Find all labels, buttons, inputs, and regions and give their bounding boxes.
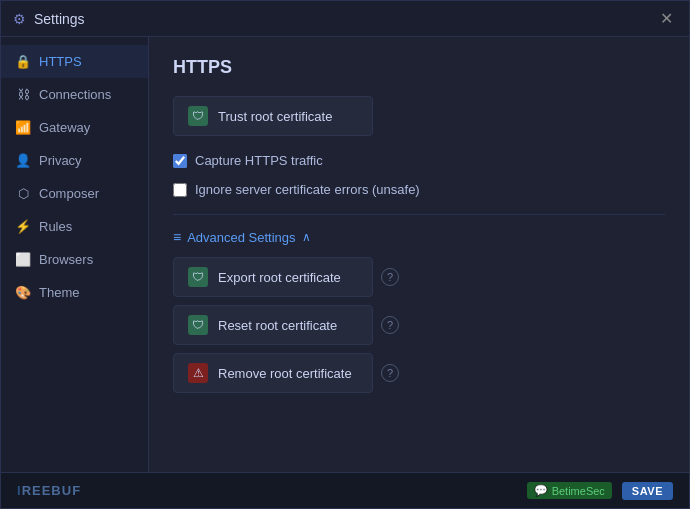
reset-cert-row: 🛡 Reset root certificate ? — [173, 305, 665, 345]
sidebar-label-connections: Connections — [39, 87, 111, 102]
sidebar-item-gateway[interactable]: 📶 Gateway — [1, 111, 148, 144]
main-content: HTTPS 🛡 Trust root certificate Capture H… — [149, 37, 689, 472]
browsers-icon: ⬜ — [15, 252, 31, 267]
sidebar: 🔒 HTTPS ⛓ Connections 📶 Gateway 👤 Privac… — [1, 37, 149, 472]
settings-window: ⚙ Settings ✕ 🔒 HTTPS ⛓ Connections 📶 Gat… — [0, 0, 690, 509]
sidebar-item-theme[interactable]: 🎨 Theme — [1, 276, 148, 309]
gear-icon: ⚙ — [13, 11, 26, 27]
wechat-icon: 💬 — [534, 484, 548, 497]
sidebar-label-composer: Composer — [39, 186, 99, 201]
privacy-icon: 👤 — [15, 153, 31, 168]
capture-https-label: Capture HTTPS traffic — [195, 153, 323, 168]
connections-icon: ⛓ — [15, 87, 31, 102]
trust-cert-label: Trust root certificate — [218, 109, 332, 124]
sidebar-label-browsers: Browsers — [39, 252, 93, 267]
remove-cert-row: ⚠ Remove root certificate ? — [173, 353, 665, 393]
reset-help-icon[interactable]: ? — [381, 316, 399, 334]
export-certificate-button[interactable]: 🛡 Export root certificate — [173, 257, 373, 297]
sidebar-item-composer[interactable]: ⬡ Composer — [1, 177, 148, 210]
remove-help-icon[interactable]: ? — [381, 364, 399, 382]
ignore-cert-errors-checkbox[interactable] — [173, 183, 187, 197]
sidebar-label-theme: Theme — [39, 285, 79, 300]
close-button[interactable]: ✕ — [656, 9, 677, 29]
capture-https-row[interactable]: Capture HTTPS traffic — [173, 146, 665, 175]
save-button[interactable]: SAVE — [622, 482, 673, 500]
theme-icon: 🎨 — [15, 285, 31, 300]
trust-certificate-button[interactable]: 🛡 Trust root certificate — [173, 96, 373, 136]
page-title: HTTPS — [173, 57, 665, 78]
export-cert-row: 🛡 Export root certificate ? — [173, 257, 665, 297]
sidebar-item-browsers[interactable]: ⬜ Browsers — [1, 243, 148, 276]
export-cert-label: Export root certificate — [218, 270, 341, 285]
sidebar-label-privacy: Privacy — [39, 153, 82, 168]
sidebar-item-rules[interactable]: ⚡ Rules — [1, 210, 148, 243]
reset-cert-icon: 🛡 — [188, 315, 208, 335]
rules-icon: ⚡ — [15, 219, 31, 234]
advanced-lines-icon: ≡ — [173, 229, 181, 245]
advanced-settings-label: Advanced Settings — [187, 230, 295, 245]
advanced-settings-toggle[interactable]: ≡ Advanced Settings ∧ — [173, 225, 311, 257]
remove-certificate-button[interactable]: ⚠ Remove root certificate — [173, 353, 373, 393]
logo-text: REEBUF — [22, 483, 81, 498]
sidebar-item-https[interactable]: 🔒 HTTPS — [1, 45, 148, 78]
bottom-right: 💬 BetimeSec SAVE — [527, 482, 673, 500]
sidebar-label-gateway: Gateway — [39, 120, 90, 135]
gateway-icon: 📶 — [15, 120, 31, 135]
bottom-logo: IREEBUF — [17, 483, 81, 498]
sidebar-item-privacy[interactable]: 👤 Privacy — [1, 144, 148, 177]
export-help-icon[interactable]: ? — [381, 268, 399, 286]
wechat-badge: 💬 BetimeSec — [527, 482, 612, 499]
capture-https-checkbox[interactable] — [173, 154, 187, 168]
export-cert-icon: 🛡 — [188, 267, 208, 287]
titlebar-left: ⚙ Settings — [13, 11, 85, 27]
remove-cert-label: Remove root certificate — [218, 366, 352, 381]
chevron-up-icon: ∧ — [302, 230, 311, 244]
trust-cert-icon: 🛡 — [188, 106, 208, 126]
reset-certificate-button[interactable]: 🛡 Reset root certificate — [173, 305, 373, 345]
titlebar: ⚙ Settings ✕ — [1, 1, 689, 37]
sidebar-item-connections[interactable]: ⛓ Connections — [1, 78, 148, 111]
ignore-cert-errors-label: Ignore server certificate errors (unsafe… — [195, 182, 420, 197]
remove-cert-icon: ⚠ — [188, 363, 208, 383]
divider — [173, 214, 665, 215]
wechat-label: BetimeSec — [552, 485, 605, 497]
ignore-cert-errors-row[interactable]: Ignore server certificate errors (unsafe… — [173, 175, 665, 204]
https-icon: 🔒 — [15, 54, 31, 69]
reset-cert-label: Reset root certificate — [218, 318, 337, 333]
content-area: 🔒 HTTPS ⛓ Connections 📶 Gateway 👤 Privac… — [1, 37, 689, 472]
window-title: Settings — [34, 11, 85, 27]
composer-icon: ⬡ — [15, 186, 31, 201]
bottom-bar: IREEBUF 💬 BetimeSec SAVE — [1, 472, 689, 508]
sidebar-label-rules: Rules — [39, 219, 72, 234]
sidebar-label-https: HTTPS — [39, 54, 82, 69]
